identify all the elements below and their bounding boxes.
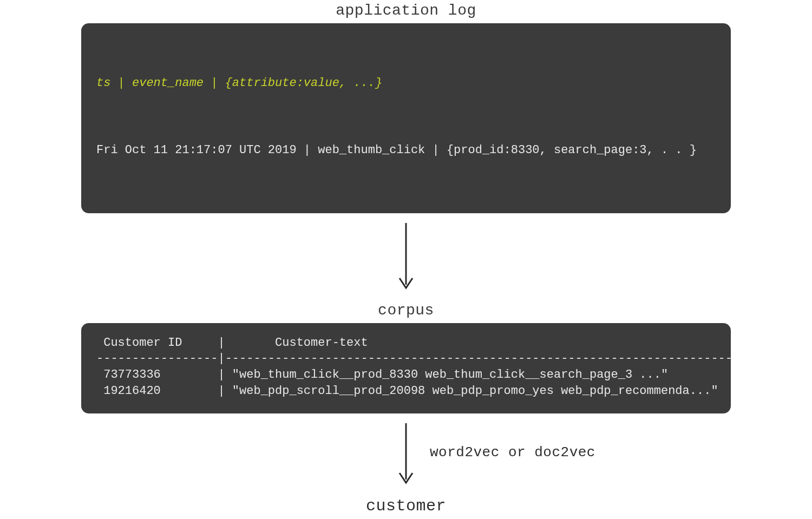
- corpus-divider-line: -----------------|----------------------…: [96, 352, 731, 365]
- arrow-down-icon: [395, 213, 417, 300]
- arrow-corpus-to-embeddings: word2vec or doc2vec: [81, 413, 731, 495]
- corpus-row-0: 73773336 | "web_thum_click__prod_8330 we…: [96, 368, 668, 382]
- log-example-line: Fri Oct 11 21:17:07 UTC 2019 | web_thumb…: [96, 141, 716, 160]
- arrow-log-to-corpus: [81, 213, 731, 300]
- corpus-header-line: Customer ID | Customer-text: [96, 336, 368, 350]
- application-log-box: ts | event_name | {attribute:value, ...}…: [81, 23, 731, 213]
- corpus-row-1: 19216420 | "web_pdp_scroll__prod_20098 w…: [96, 384, 718, 398]
- corpus-box: Customer ID | Customer-text ------------…: [81, 323, 731, 413]
- section-title-embeddings: customer embeddings: [356, 496, 456, 520]
- arrow-label-method: word2vec or doc2vec: [430, 444, 595, 461]
- arrow-down-icon: [395, 413, 417, 495]
- log-schema-line: ts | event_name | {attribute:value, ...}: [96, 74, 716, 93]
- embeddings-line-1: customer: [366, 497, 446, 515]
- section-title-application-log: application log: [336, 2, 476, 19]
- diagram-canvas: application log ts | event_name | {attri…: [0, 0, 812, 519]
- section-title-corpus: corpus: [378, 302, 434, 319]
